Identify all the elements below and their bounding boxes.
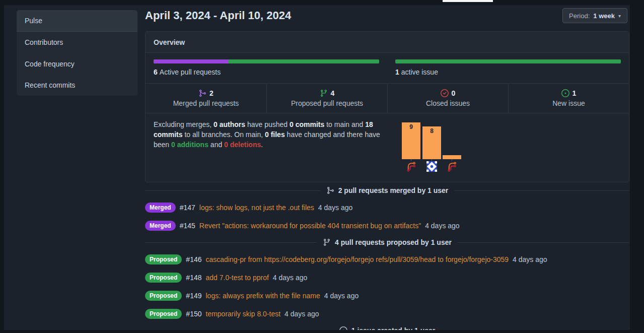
activity-list: 2 pull requests merged by 1 user Merged … [145,182,629,330]
active-pr-text: Active pull requests [160,68,221,76]
pr-list-item: Proposed #146 cascading-pr from https://… [145,254,629,264]
pr-title-link[interactable]: logs: show logs, not just the .out files [199,204,314,212]
deletions-count: 0 deletions [224,141,261,149]
pr-time: 4 days ago [318,204,353,212]
status-badge: Proposed [145,309,182,319]
sidebar-item-recent-commits[interactable]: Recent commits [17,75,137,96]
pr-progress-cell: 6Active pull requests [146,53,387,83]
issue-progress-bar [395,59,621,63]
git-branch-icon [323,238,331,246]
status-badge: Proposed [145,291,182,301]
pr-title-link[interactable]: temporarily skip 8.0-test [206,310,281,318]
stat-new-issues[interactable]: 1 New issue [508,84,629,113]
pr-number: #150 [186,310,201,318]
stat-label: Closed issues [426,99,470,107]
active-issue-count: 1 [395,68,399,76]
section-title: 2 pull requests merged by 1 user [338,186,449,194]
stat-count: 1 [573,89,577,97]
pr-number: #146 [186,255,201,263]
period-label: Period: [569,12,590,20]
chart-bar: 8 [422,126,441,159]
chart-bar-value: 1 [443,147,461,154]
issue-closed-icon [441,89,449,97]
git-branch-icon [320,89,328,97]
git-merge-icon [326,186,334,194]
activity-summary: Excluding merges, 0 authors have pushed … [146,113,393,181]
sidebar-item-label: Pulse [25,17,42,25]
status-badge: Proposed [145,254,182,264]
divider [145,190,320,191]
overview-bottom-row: Excluding merges, 0 authors have pushed … [146,113,629,181]
sidebar-item-code-frequency[interactable]: Code frequency [17,53,137,75]
page-title: April 3, 2024 - April 10, 2024 [145,9,291,22]
pr-title-link[interactable]: Revert "actions: workaround for possible… [199,222,421,230]
pr-title-link[interactable]: add 7.0-test to pprof [206,274,269,282]
section-header-proposed: 4 pull requests proposed by 1 user [145,238,629,246]
pulse-page: Pulse Contributors Code frequency Recent… [4,5,630,330]
issue-progress-label: 1active issue [395,68,621,76]
sidebar-item-label: Code frequency [25,60,75,68]
user-avatar-identicon[interactable] [426,161,437,172]
stat-label: New issue [552,99,585,107]
pr-progress-label: 6Active pull requests [154,68,379,76]
section-title: 4 pull requests proposed by 1 user [335,238,452,246]
pr-progress-bar [154,59,379,63]
stat-closed-issues[interactable]: 0 Closed issues [387,84,508,113]
status-badge: Merged [145,221,176,231]
status-badge: Merged [145,203,176,213]
overview-title: Overview [154,38,185,46]
stat-merged-prs[interactable]: 2 Merged pull requests [146,84,266,113]
sidebar-item-label: Recent commits [25,81,75,89]
issue-open-icon [561,89,569,97]
commits-per-user-chart: 9 8 1 [393,113,629,181]
stat-label: Merged pull requests [173,99,239,107]
active-pr-count: 6 [154,68,158,76]
active-issue-text: active issue [401,68,438,76]
chart-bar: 1 [443,155,461,159]
pr-number: #147 [180,204,195,212]
period-dropdown-button[interactable]: Period:1 week▾ [562,8,627,23]
stat-count: 0 [452,89,456,97]
period-value: 1 week [593,12,615,20]
chart-bar-value: 8 [422,127,441,135]
pr-title-link[interactable]: logs: always prefix with the file name [206,292,320,300]
stat-count: 4 [331,89,335,97]
stats-row: 2 Merged pull requests 4 Proposed pull r… [146,83,629,113]
divider [145,242,317,243]
progress-bars-row: 6Active pull requests 1active issue [146,53,629,83]
pr-list-item: Merged #147 logs: show logs, not just th… [145,202,629,213]
pr-time: 4 days ago [425,222,460,230]
chart-bar-value: 9 [402,123,420,130]
pr-number: #145 [180,222,195,230]
pr-number: #149 [186,292,201,300]
user-avatar-forgejo[interactable] [447,161,457,172]
pr-time: 4 days ago [324,292,359,300]
pr-list-item: Merged #145 Revert "actions: workaround … [145,220,629,231]
pr-list-item: Proposed #150 temporarily skip 8.0-test … [145,308,629,319]
sidebar-item-contributors[interactable]: Contributors [17,32,137,53]
pr-progress-merged [154,59,229,63]
section-header-issues: 1 issue created by 1 user [145,326,629,330]
overview-header: Overview [146,32,629,53]
section-title: 1 issue created by 1 user [351,326,436,330]
stat-proposed-prs[interactable]: 4 Proposed pull requests [266,84,387,113]
git-merge-icon [198,89,206,97]
additions-count: 0 additions [171,141,208,149]
pr-title-link[interactable]: cascading-pr from https://codeberg.org/f… [206,255,509,263]
stat-label: Proposed pull requests [291,99,363,107]
pr-time: 4 days ago [513,255,547,263]
pr-list-item: Proposed #149 logs: always prefix with t… [145,290,629,301]
stat-count: 2 [209,89,213,97]
user-avatar-forgejo[interactable] [406,161,416,172]
overview-panel: Overview 6Active pull requests 1active i… [145,31,629,182]
pr-time: 4 days ago [273,274,308,282]
active-tab-underline[interactable] [443,0,493,2]
sidebar-item-label: Contributors [25,38,63,46]
issue-open-icon [339,326,347,330]
status-badge: Proposed [145,273,182,283]
sidebar-item-pulse[interactable]: Pulse [17,10,137,32]
pr-number: #148 [186,274,201,282]
chevron-down-icon: ▾ [618,13,621,19]
pr-list-item: Proposed #148 add 7.0-test to pprof 4 da… [145,272,629,283]
chart-bar: 9 [402,122,420,159]
